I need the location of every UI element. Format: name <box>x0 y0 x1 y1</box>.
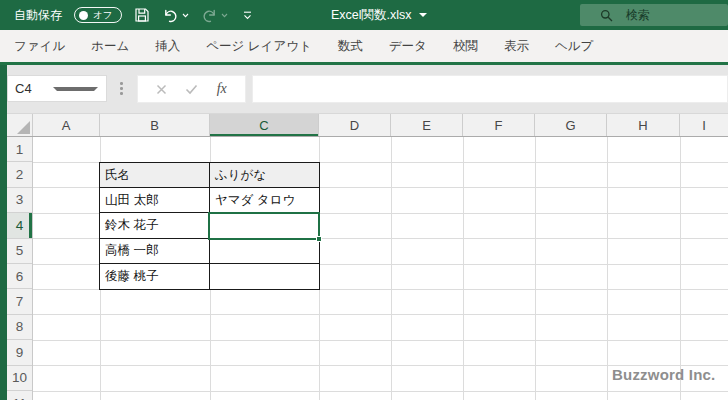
column-header-a[interactable]: A <box>33 114 100 136</box>
ribbon-tab-bar: ファイル ホーム 挿入 ページ レイアウト 数式 データ 校閲 表示 ヘルプ <box>0 30 728 65</box>
column-header-b[interactable]: B <box>100 114 210 136</box>
autosave-state-label: オフ <box>93 9 112 22</box>
gridline <box>535 137 536 400</box>
cell-b6[interactable]: 後藤 桃子 <box>100 264 210 289</box>
redo-button[interactable] <box>201 8 228 23</box>
formula-bar-separator <box>120 82 123 95</box>
customize-toolbar-icon <box>242 11 253 20</box>
row-header-6[interactable]: 6 <box>7 264 32 289</box>
gridline <box>391 137 392 400</box>
gridline <box>33 391 728 392</box>
toggle-knob-icon <box>79 11 88 20</box>
active-cell-selection[interactable] <box>208 212 320 240</box>
row-header-column: 1 2 3 4 5 6 7 8 9 10 11 <box>7 137 33 400</box>
formula-buttons-panel: fx <box>137 75 246 103</box>
cell-c2[interactable]: ふりがな <box>210 163 319 188</box>
selected-row-accent <box>29 213 32 237</box>
select-all-icon <box>17 121 30 134</box>
document-title[interactable]: Excel関数.xlsx <box>331 0 427 30</box>
gridline <box>607 137 608 400</box>
row-header-10[interactable]: 10 <box>7 366 32 391</box>
chevron-down-icon <box>182 13 189 18</box>
tab-help[interactable]: ヘルプ <box>542 30 606 62</box>
tab-home[interactable]: ホーム <box>78 30 142 62</box>
row-header-3[interactable]: 3 <box>7 188 32 213</box>
tab-view[interactable]: 表示 <box>491 30 542 62</box>
spreadsheet-grid[interactable]: 氏名 ふりがな 山田 太郎 ヤマダ タロウ 鈴木 花子 高橋 一郎 後藤 桃子 <box>33 137 728 400</box>
undo-icon <box>162 8 179 23</box>
tab-formulas[interactable]: 数式 <box>325 30 376 62</box>
row-header-9[interactable]: 9 <box>7 340 32 365</box>
undo-button[interactable] <box>162 8 189 23</box>
cell-c3[interactable]: ヤマダ タロウ <box>210 188 319 213</box>
enter-check-icon[interactable] <box>185 84 198 95</box>
save-button[interactable] <box>134 7 150 23</box>
search-icon <box>600 9 613 22</box>
cell-b3[interactable]: 山田 太郎 <box>100 188 210 213</box>
document-title-label: Excel関数.xlsx <box>331 7 412 24</box>
column-header-e[interactable]: E <box>391 114 463 136</box>
column-header-f[interactable]: F <box>463 114 535 136</box>
save-icon <box>134 7 150 23</box>
autosave-toggle[interactable]: オフ <box>74 7 122 23</box>
gridline <box>463 137 464 400</box>
chevron-down-icon <box>419 13 427 17</box>
row-header-7[interactable]: 7 <box>7 289 32 314</box>
gridline <box>33 314 728 315</box>
column-header-h[interactable]: H <box>607 114 680 136</box>
cell-b4[interactable]: 鈴木 花子 <box>100 213 210 238</box>
cancel-icon[interactable] <box>156 84 167 95</box>
redo-icon <box>201 8 218 23</box>
column-header-d[interactable]: D <box>319 114 391 136</box>
insert-function-button[interactable]: fx <box>217 81 227 97</box>
formula-bar-strip: C4 fx <box>7 65 728 113</box>
gridline <box>33 340 728 341</box>
autosave-label: 自動保存 <box>14 7 62 24</box>
column-header-row: A B C D E F G H I <box>7 113 728 137</box>
tab-page-layout[interactable]: ページ レイアウト <box>193 30 325 62</box>
window-edge-strip <box>0 65 7 400</box>
formula-input[interactable] <box>252 75 728 103</box>
search-box[interactable]: 検索 <box>580 4 728 26</box>
tab-insert[interactable]: 挿入 <box>142 30 193 62</box>
cell-b5[interactable]: 高橋 一郎 <box>100 239 210 264</box>
select-all-button[interactable] <box>7 114 33 136</box>
row-header-5[interactable]: 5 <box>7 239 32 264</box>
row-header-1[interactable]: 1 <box>7 137 32 162</box>
fill-handle[interactable] <box>316 236 322 242</box>
tab-data[interactable]: データ <box>376 30 440 62</box>
row-header-8[interactable]: 8 <box>7 315 32 340</box>
cell-c5[interactable] <box>210 239 319 264</box>
cell-b2[interactable]: 氏名 <box>100 163 210 188</box>
row-header-11[interactable]: 11 <box>7 391 32 400</box>
chevron-down-icon <box>221 13 228 18</box>
column-header-i[interactable]: I <box>680 114 728 136</box>
row-header-4[interactable]: 4 <box>7 213 32 238</box>
column-header-g[interactable]: G <box>535 114 607 136</box>
watermark: Buzzword Inc. <box>612 366 715 383</box>
name-box[interactable]: C4 <box>7 75 107 102</box>
column-header-c[interactable]: C <box>210 114 319 136</box>
search-label: 検索 <box>626 7 650 24</box>
tab-file[interactable]: ファイル <box>1 30 78 62</box>
chevron-down-icon[interactable] <box>53 87 99 91</box>
gridline <box>680 137 681 400</box>
name-box-value: C4 <box>15 81 53 96</box>
tab-review[interactable]: 校閲 <box>440 30 491 62</box>
row-header-2[interactable]: 2 <box>7 162 32 187</box>
customize-quick-access-toolbar-button[interactable] <box>242 6 253 24</box>
cell-c6[interactable] <box>210 264 319 289</box>
